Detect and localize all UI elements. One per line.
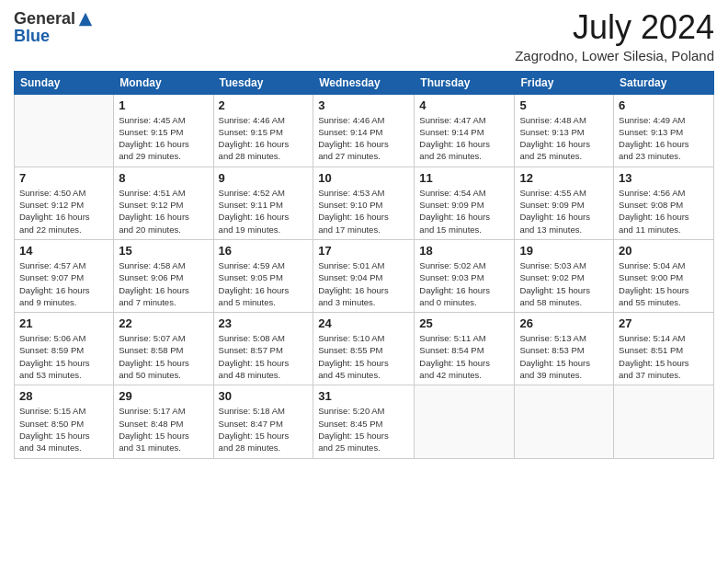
day-info: Sunrise: 4:46 AM Sunset: 9:15 PM Dayligh… [219,114,309,163]
col-header-sunday: Sunday [15,71,114,94]
col-header-monday: Monday [114,71,213,94]
calendar-cell: 15Sunrise: 4:58 AM Sunset: 9:06 PM Dayli… [114,239,213,312]
calendar-cell: 27Sunrise: 5:14 AM Sunset: 8:51 PM Dayli… [614,313,714,385]
day-info: Sunrise: 5:10 AM Sunset: 8:55 PM Dayligh… [318,332,409,381]
day-info: Sunrise: 4:51 AM Sunset: 9:12 PM Dayligh… [119,187,208,236]
calendar-cell: 26Sunrise: 5:13 AM Sunset: 8:53 PM Dayli… [515,313,614,385]
day-info: Sunrise: 4:56 AM Sunset: 9:08 PM Dayligh… [619,187,709,236]
day-number: 26 [519,316,609,330]
day-number: 16 [219,244,309,258]
calendar-week-row: 21Sunrise: 5:06 AM Sunset: 8:59 PM Dayli… [15,313,714,385]
calendar-cell [415,385,515,458]
day-number: 2 [219,98,309,112]
calendar-week-row: 28Sunrise: 5:15 AM Sunset: 8:50 PM Dayli… [15,385,714,458]
day-info: Sunrise: 5:14 AM Sunset: 8:51 PM Dayligh… [619,332,709,381]
calendar-cell: 1Sunrise: 4:45 AM Sunset: 9:15 PM Daylig… [114,94,213,167]
calendar-cell: 8Sunrise: 4:51 AM Sunset: 9:12 PM Daylig… [114,167,213,239]
day-info: Sunrise: 5:02 AM Sunset: 9:03 PM Dayligh… [419,259,509,308]
calendar-cell: 14Sunrise: 4:57 AM Sunset: 9:07 PM Dayli… [15,239,114,312]
day-info: Sunrise: 4:58 AM Sunset: 9:06 PM Dayligh… [119,259,208,308]
day-info: Sunrise: 4:59 AM Sunset: 9:05 PM Dayligh… [219,259,309,308]
calendar-cell: 12Sunrise: 4:55 AM Sunset: 9:09 PM Dayli… [515,167,614,239]
calendar-cell: 22Sunrise: 5:07 AM Sunset: 8:58 PM Dayli… [114,313,213,385]
day-number: 5 [519,98,609,112]
day-number: 24 [318,316,409,330]
calendar-cell: 29Sunrise: 5:17 AM Sunset: 8:48 PM Dayli… [114,385,213,458]
day-info: Sunrise: 4:49 AM Sunset: 9:13 PM Dayligh… [619,114,709,163]
month-year-title: July 2024 [515,9,714,46]
calendar-cell: 30Sunrise: 5:18 AM Sunset: 8:47 PM Dayli… [213,385,313,458]
header: General Blue July 2024 Zagrodno, Lower S… [14,9,714,63]
calendar-cell: 2Sunrise: 4:46 AM Sunset: 9:15 PM Daylig… [213,94,313,167]
calendar-cell: 28Sunrise: 5:15 AM Sunset: 8:50 PM Dayli… [15,385,114,458]
day-number: 9 [219,171,309,185]
day-info: Sunrise: 4:50 AM Sunset: 9:12 PM Dayligh… [19,187,108,236]
day-number: 11 [419,171,509,185]
day-number: 22 [119,316,208,330]
calendar-cell: 9Sunrise: 4:52 AM Sunset: 9:11 PM Daylig… [213,167,313,239]
calendar-cell: 10Sunrise: 4:53 AM Sunset: 9:10 PM Dayli… [313,167,415,239]
day-info: Sunrise: 5:13 AM Sunset: 8:53 PM Dayligh… [519,332,609,381]
col-header-tuesday: Tuesday [213,71,313,94]
calendar-table: SundayMondayTuesdayWednesdayThursdayFrid… [14,71,714,459]
col-header-saturday: Saturday [614,71,714,94]
day-number: 29 [119,389,208,403]
logo: General Blue [14,9,94,46]
day-number: 7 [19,171,108,185]
calendar-cell: 16Sunrise: 4:59 AM Sunset: 9:05 PM Dayli… [213,239,313,312]
day-number: 3 [318,98,409,112]
calendar-cell [515,385,614,458]
calendar-cell: 18Sunrise: 5:02 AM Sunset: 9:03 PM Dayli… [415,239,515,312]
day-info: Sunrise: 4:47 AM Sunset: 9:14 PM Dayligh… [419,114,509,163]
calendar-cell: 5Sunrise: 4:48 AM Sunset: 9:13 PM Daylig… [515,94,614,167]
day-info: Sunrise: 5:06 AM Sunset: 8:59 PM Dayligh… [19,332,108,381]
day-number: 17 [318,244,409,258]
day-info: Sunrise: 4:54 AM Sunset: 9:09 PM Dayligh… [419,187,509,236]
calendar-cell: 13Sunrise: 4:56 AM Sunset: 9:08 PM Dayli… [614,167,714,239]
day-number: 6 [619,98,709,112]
col-header-thursday: Thursday [415,71,515,94]
day-info: Sunrise: 5:04 AM Sunset: 9:00 PM Dayligh… [619,259,709,308]
day-number: 1 [119,98,208,112]
col-header-friday: Friday [515,71,614,94]
day-number: 18 [419,244,509,258]
day-number: 23 [219,316,309,330]
calendar-cell: 3Sunrise: 4:46 AM Sunset: 9:14 PM Daylig… [313,94,415,167]
calendar-cell: 20Sunrise: 5:04 AM Sunset: 9:00 PM Dayli… [614,239,714,312]
day-info: Sunrise: 5:17 AM Sunset: 8:48 PM Dayligh… [119,405,208,454]
calendar-week-row: 7Sunrise: 4:50 AM Sunset: 9:12 PM Daylig… [15,167,714,239]
day-info: Sunrise: 4:57 AM Sunset: 9:07 PM Dayligh… [19,259,108,308]
location-subtitle: Zagrodno, Lower Silesia, Poland [515,48,714,63]
calendar-week-row: 14Sunrise: 4:57 AM Sunset: 9:07 PM Dayli… [15,239,714,312]
day-info: Sunrise: 5:07 AM Sunset: 8:58 PM Dayligh… [119,332,208,381]
logo-icon [77,11,94,28]
day-number: 21 [19,316,108,330]
day-info: Sunrise: 5:03 AM Sunset: 9:02 PM Dayligh… [519,259,609,308]
day-info: Sunrise: 5:11 AM Sunset: 8:54 PM Dayligh… [419,332,509,381]
calendar-header-row: SundayMondayTuesdayWednesdayThursdayFrid… [15,71,714,94]
calendar-cell: 17Sunrise: 5:01 AM Sunset: 9:04 PM Dayli… [313,239,415,312]
day-number: 4 [419,98,509,112]
day-info: Sunrise: 5:08 AM Sunset: 8:57 PM Dayligh… [219,332,309,381]
calendar-cell: 7Sunrise: 4:50 AM Sunset: 9:12 PM Daylig… [15,167,114,239]
day-number: 10 [318,171,409,185]
day-number: 15 [119,244,208,258]
day-info: Sunrise: 4:52 AM Sunset: 9:11 PM Dayligh… [219,187,309,236]
calendar-cell: 31Sunrise: 5:20 AM Sunset: 8:45 PM Dayli… [313,385,415,458]
day-info: Sunrise: 4:45 AM Sunset: 9:15 PM Dayligh… [119,114,208,163]
day-number: 25 [419,316,509,330]
logo-general-text: General [14,9,75,29]
title-block: July 2024 Zagrodno, Lower Silesia, Polan… [515,9,714,63]
day-info: Sunrise: 4:53 AM Sunset: 9:10 PM Dayligh… [318,187,409,236]
calendar-cell: 19Sunrise: 5:03 AM Sunset: 9:02 PM Dayli… [515,239,614,312]
calendar-cell: 25Sunrise: 5:11 AM Sunset: 8:54 PM Dayli… [415,313,515,385]
day-number: 19 [519,244,609,258]
day-number: 13 [619,171,709,185]
calendar-cell: 11Sunrise: 4:54 AM Sunset: 9:09 PM Dayli… [415,167,515,239]
calendar-cell: 23Sunrise: 5:08 AM Sunset: 8:57 PM Dayli… [213,313,313,385]
day-number: 12 [519,171,609,185]
day-info: Sunrise: 5:18 AM Sunset: 8:47 PM Dayligh… [219,405,309,454]
calendar-cell: 4Sunrise: 4:47 AM Sunset: 9:14 PM Daylig… [415,94,515,167]
col-header-wednesday: Wednesday [313,71,415,94]
day-info: Sunrise: 4:55 AM Sunset: 9:09 PM Dayligh… [519,187,609,236]
